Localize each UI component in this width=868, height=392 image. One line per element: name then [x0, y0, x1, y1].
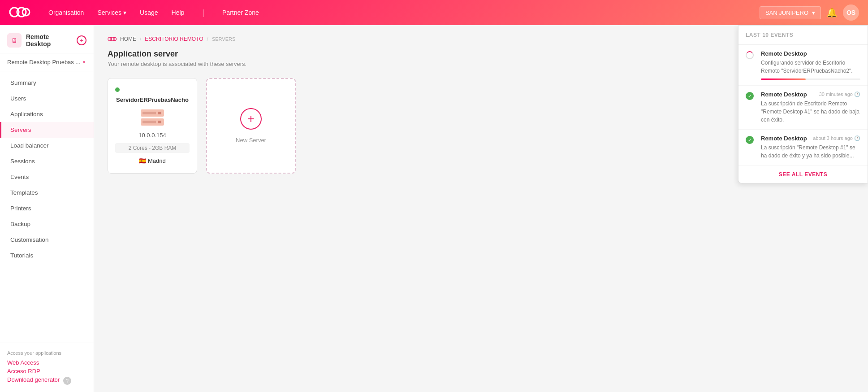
event-content: Remote Desktop Configurando servidor de … [761, 50, 860, 80]
sidebar-item-templates[interactable]: Templates [0, 185, 94, 200]
clock-icon: 🕐 [854, 135, 860, 141]
clock-icon: 🕐 [854, 91, 860, 97]
event-content: Remote Desktop about 3 hours ago 🕐 La su… [761, 135, 860, 160]
add-server-icon: + [240, 108, 262, 130]
sidebar-item-backup[interactable]: Backup [0, 216, 94, 232]
breadcrumb-sep-2: / [207, 36, 208, 42]
server-card[interactable]: ServidorERPruebasNacho 10.0.0.154 2 Core… [108, 78, 197, 174]
user-avatar[interactable]: OS [843, 4, 859, 21]
sidebar-item-summary[interactable]: Summary [0, 75, 94, 91]
logo[interactable] [9, 5, 30, 21]
sidebar-item-servers[interactable]: Servers [0, 122, 94, 138]
server-spec: 2 Cores - 2GB RAM [115, 143, 190, 153]
sidebar-footer: Access your applications Web Access Acce… [0, 343, 94, 392]
sidebar-item-sessions[interactable]: Sessions [0, 153, 94, 169]
nav-services[interactable]: Services ▾ [97, 9, 126, 16]
breadcrumb-sep-1: / [140, 36, 141, 42]
web-access-link[interactable]: Web Access [7, 359, 86, 366]
chevron-down-icon: ▾ [812, 9, 815, 16]
sidebar-item-customisation[interactable]: Customisation [0, 232, 94, 248]
breadcrumb-service[interactable]: ESCRITORIO REMOTO [145, 36, 203, 42]
event-title: Remote Desktop [761, 50, 807, 57]
event-item: ✓ Remote Desktop 30 minutes ago 🕐 La sus… [738, 86, 868, 130]
breadcrumb-current: SERVERS [212, 36, 235, 42]
see-all-events-link[interactable]: SEE ALL EVENTS [779, 171, 827, 178]
chevron-down-icon: ▾ [123, 9, 126, 16]
event-loading-icon [746, 50, 756, 61]
events-panel-header: LAST 10 EVENTS [738, 26, 868, 45]
breadcrumb-home[interactable]: HOME [120, 36, 136, 42]
event-item: Remote Desktop Configurando servidor de … [738, 45, 868, 86]
sidebar-item-events[interactable]: Events [0, 169, 94, 185]
event-progress-bar-container [761, 78, 860, 80]
notifications-bell[interactable]: 🔔 [826, 7, 838, 18]
nav-organisation[interactable]: Organisation [48, 9, 84, 16]
server-icon [139, 108, 166, 127]
sidebar-item-tutorials[interactable]: Tutorials [0, 248, 94, 263]
sidebar-item-applications[interactable]: Applications [0, 106, 94, 122]
event-time: about 3 hours ago 🕐 [813, 135, 860, 141]
event-time: 30 minutes ago 🕐 [819, 91, 860, 97]
event-success-icon: ✓ [746, 91, 756, 102]
region-label: SAN JUNIPERO [765, 9, 808, 16]
event-desc: La suscripción "Remote Desktop #1" se ha… [761, 144, 860, 160]
nav-partner-zone[interactable]: Partner Zone [222, 9, 259, 16]
sidebar: 🖥 Remote Desktop + Remote Desktop Prueba… [0, 25, 94, 392]
product-title: Remote Desktop [26, 33, 72, 48]
svg-point-5 [113, 38, 117, 41]
svg-rect-8 [158, 112, 161, 114]
help-icon[interactable]: ? [63, 377, 71, 385]
svg-rect-7 [143, 112, 156, 114]
svg-rect-11 [158, 121, 161, 123]
sidebar-header: 🖥 Remote Desktop + [0, 25, 94, 53]
access-apps-label: Access your applications [7, 350, 86, 356]
event-content: Remote Desktop 30 minutes ago 🕐 La suscr… [761, 91, 860, 124]
topnav: Organisation Services ▾ Usage Help | Par… [0, 0, 868, 25]
download-generator-link[interactable]: Download generator [7, 376, 60, 383]
event-item: ✓ Remote Desktop about 3 hours ago 🕐 La … [738, 130, 868, 166]
nav-divider: | [202, 8, 204, 17]
topnav-right: SAN JUNIPERO ▾ 🔔 OS [760, 4, 859, 21]
event-desc: Configurando servidor de Escritorio Remo… [761, 59, 860, 75]
new-server-label: New Server [236, 137, 266, 144]
server-name: ServidorERPruebasNacho [116, 96, 189, 103]
workspace-name: Remote Desktop Pruebas ... [7, 59, 80, 65]
product-icon: 🖥 [7, 33, 22, 48]
sidebar-item-load-balancer[interactable]: Load balancer [0, 138, 94, 153]
topnav-links: Organisation Services ▾ Usage Help | Par… [48, 8, 760, 17]
new-server-button[interactable]: + New Server [206, 78, 296, 174]
svg-rect-10 [143, 121, 156, 123]
add-product-button[interactable]: + [77, 35, 86, 45]
nav-usage[interactable]: Usage [140, 9, 158, 16]
chevron-down-icon: ▾ [83, 60, 85, 65]
sidebar-item-printers[interactable]: Printers [0, 200, 94, 216]
event-desc: La suscripción de Escritorio Remoto "Rem… [761, 100, 860, 124]
sidebar-nav: Summary Users Applications Servers Load … [0, 71, 94, 343]
region-selector[interactable]: SAN JUNIPERO ▾ [760, 6, 821, 19]
flag-icon: 🇪🇸 [139, 157, 146, 164]
events-footer: SEE ALL EVENTS [738, 166, 868, 183]
acceso-rdp-link[interactable]: Acceso RDP [7, 368, 86, 375]
workspace-selector[interactable]: Remote Desktop Pruebas ... ▾ [0, 53, 94, 71]
server-location: 🇪🇸 Madrid [139, 157, 165, 164]
sidebar-item-users[interactable]: Users [0, 91, 94, 106]
event-title: Remote Desktop [761, 135, 807, 142]
event-title: Remote Desktop [761, 91, 807, 98]
server-status-indicator [115, 87, 120, 92]
event-progress-fill [761, 78, 806, 80]
server-ip: 10.0.0.154 [138, 132, 166, 139]
events-panel: LAST 10 EVENTS Remote Desktop Configuran… [738, 25, 868, 183]
event-success-icon: ✓ [746, 135, 756, 146]
nav-help[interactable]: Help [172, 9, 185, 16]
